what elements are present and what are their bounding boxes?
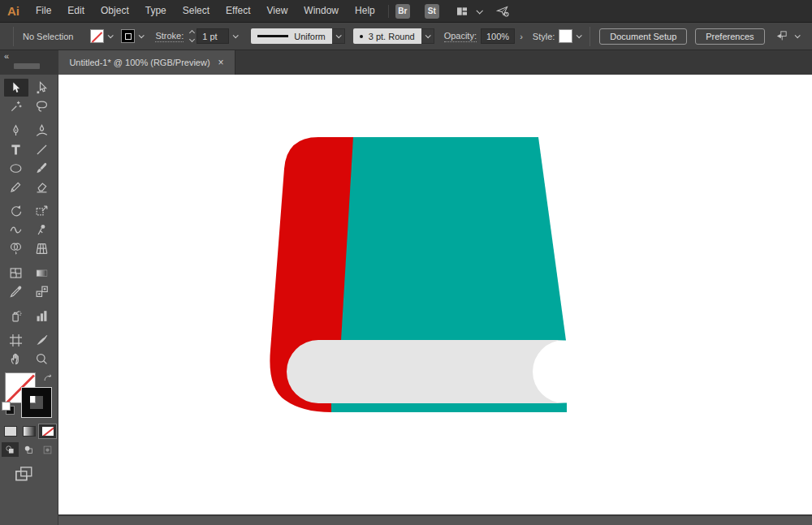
menu-object[interactable]: Object: [93, 0, 137, 22]
opacity-field[interactable]: 100%: [481, 28, 515, 44]
menu-edit[interactable]: Edit: [59, 0, 93, 22]
style-chevron-icon[interactable]: [572, 34, 585, 38]
mesh-tool[interactable]: [4, 264, 28, 282]
menu-window[interactable]: Window: [296, 0, 347, 22]
stock-button[interactable]: St: [425, 4, 439, 19]
workspace-chevron-icon[interactable]: [476, 7, 482, 14]
gradient-icon: [34, 265, 50, 281]
stroke-weight-chevron-icon[interactable]: [229, 34, 241, 38]
line-segment-tool[interactable]: [30, 140, 54, 158]
stroke-swatch[interactable]: [22, 388, 51, 417]
eraser-tool[interactable]: [30, 178, 54, 196]
none-button[interactable]: [39, 424, 56, 438]
document-tab[interactable]: Untitled-1* @ 100% (RGB/Preview) ×: [58, 50, 235, 75]
type-tool[interactable]: [4, 140, 28, 158]
magic-wand-tool[interactable]: [4, 97, 28, 115]
tool-row: [0, 140, 58, 158]
menu-view[interactable]: View: [259, 0, 296, 22]
share-icon[interactable]: [495, 3, 511, 19]
tools-panel-drag-handle[interactable]: [14, 63, 40, 69]
swap-fill-stroke-icon[interactable]: [42, 372, 54, 388]
slice-tool[interactable]: [30, 331, 54, 349]
scale-tool[interactable]: [30, 202, 54, 220]
bridge-button[interactable]: Br: [395, 4, 410, 19]
canvas-column: [58, 75, 812, 525]
perspective-grid-tool[interactable]: [30, 239, 54, 257]
menu-file[interactable]: File: [28, 0, 59, 22]
width-tool[interactable]: [4, 221, 28, 239]
paintbrush-tool[interactable]: [30, 159, 54, 177]
collapse-panels-icon[interactable]: «: [4, 51, 9, 61]
screen-mode-icon[interactable]: [13, 463, 58, 488]
width-icon: [8, 222, 24, 238]
menu-effect[interactable]: Effect: [218, 0, 258, 22]
paintbrush-icon: [34, 161, 50, 176]
zoom-tool[interactable]: [30, 350, 54, 368]
book-artwork: [58, 75, 812, 514]
ellipse-tool[interactable]: [4, 159, 28, 177]
app-logo: Ai: [0, 4, 28, 18]
workspace-switcher-icon[interactable]: [454, 3, 470, 19]
document-setup-button[interactable]: Document Setup: [599, 28, 687, 45]
blend-tool[interactable]: [30, 282, 54, 300]
separator: [590, 27, 590, 46]
width-profile-dropdown[interactable]: Uniform: [251, 28, 332, 44]
panel-options-chevron-icon[interactable]: [794, 32, 800, 38]
width-profile-chevron-icon[interactable]: [332, 28, 345, 44]
pencil-tool[interactable]: [4, 178, 28, 196]
style-swatch[interactable]: [559, 29, 572, 43]
opacity-expand-icon[interactable]: ›: [515, 32, 528, 41]
panel-options-icon[interactable]: [774, 28, 790, 45]
stroke-weight-stepper[interactable]: [190, 31, 194, 41]
rotate-tool[interactable]: [4, 202, 28, 220]
book-back-cover-edge: [331, 403, 567, 413]
puppet-warp-tool[interactable]: [30, 221, 54, 239]
canvas[interactable]: [58, 75, 812, 514]
control-bar: No Selection Stroke: 1 pt Uniform 3 pt. …: [0, 23, 812, 50]
selection-status: No Selection: [23, 32, 73, 41]
perspective-grid-icon: [34, 241, 50, 256]
pen-tool[interactable]: [4, 122, 28, 140]
book-cover-shape: [341, 137, 566, 341]
default-fill-stroke-icon[interactable]: [2, 402, 14, 414]
hand-tool[interactable]: [4, 350, 28, 368]
preferences-button[interactable]: Preferences: [695, 28, 764, 45]
line-segment-icon: [34, 142, 50, 157]
gradient-button[interactable]: [20, 424, 37, 438]
fill-color-swatch[interactable]: [90, 29, 104, 43]
tool-row: [0, 122, 58, 140]
stroke-weight-field[interactable]: 1 pt: [197, 28, 229, 44]
tool-row: [0, 264, 58, 282]
selection-tool[interactable]: [4, 79, 28, 97]
artboard-tool[interactable]: [4, 331, 28, 349]
gradient-tool[interactable]: [30, 264, 54, 282]
lasso-tool[interactable]: [30, 97, 54, 115]
brush-chevron-icon[interactable]: [421, 28, 434, 44]
shape-builder-tool[interactable]: [4, 239, 28, 257]
symbol-sprayer-tool[interactable]: [4, 307, 28, 325]
tool-row: [0, 331, 58, 349]
stroke-weight-label[interactable]: Stroke:: [155, 31, 184, 42]
color-button[interactable]: [2, 424, 19, 438]
brush-dropdown[interactable]: 3 pt. Round: [353, 28, 421, 44]
close-tab-icon[interactable]: ×: [218, 58, 224, 67]
direct-selection-tool[interactable]: [30, 79, 54, 97]
eyedropper-tool[interactable]: [4, 282, 28, 300]
fill-chevron-icon[interactable]: [104, 34, 116, 38]
draw-normal-icon[interactable]: [2, 442, 19, 457]
opacity-label[interactable]: Opacity:: [444, 31, 477, 42]
pen-icon: [8, 123, 24, 139]
menu-help[interactable]: Help: [347, 0, 383, 22]
magic-wand-icon: [8, 99, 24, 114]
draw-behind-icon[interactable]: [20, 442, 37, 457]
draw-inside-icon[interactable]: [39, 442, 56, 457]
menu-select[interactable]: Select: [175, 0, 218, 22]
curvature-tool[interactable]: [30, 122, 54, 140]
status-bar[interactable]: [58, 514, 812, 525]
column-graph-tool[interactable]: [30, 307, 54, 325]
document-tab-bar: « Untitled-1* @ 100% (RGB/Preview) ×: [0, 50, 812, 75]
menu-type[interactable]: Type: [137, 0, 175, 22]
tool-row: [0, 178, 58, 196]
stroke-color-swatch[interactable]: [121, 29, 135, 43]
stroke-chevron-icon[interactable]: [135, 34, 147, 38]
